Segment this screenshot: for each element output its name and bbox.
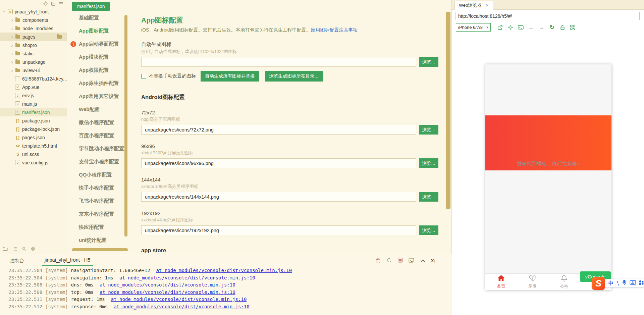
tree-item-manifest-json[interactable]: ›*manifest.json bbox=[0, 108, 67, 116]
nav-feishu-mp-config[interactable]: 飞书小程序配置 bbox=[67, 195, 124, 208]
icon-96-browse-button[interactable]: 浏览... bbox=[419, 158, 438, 168]
browse-generated-dir-button[interactable]: 浏览生成图标所在目录... bbox=[265, 71, 323, 82]
nav-alipay-mp-config[interactable]: 支付宝小程序配置 bbox=[67, 155, 124, 168]
icon-config-notes-link[interactable]: 应用图标配置注意事项 bbox=[311, 27, 358, 33]
log-source-link[interactable]: at node_modules/vconsole/dist/vconsole.m… bbox=[114, 304, 250, 309]
lock-icon[interactable] bbox=[558, 25, 567, 30]
console-tab-active[interactable]: jinpai_yhyl_front - H5 bbox=[42, 257, 93, 266]
tree-item-uview-ui[interactable]: ›uview-ui bbox=[0, 66, 67, 74]
auto-icon-browse-button[interactable]: 浏览... bbox=[419, 57, 438, 67]
globe-icon[interactable] bbox=[31, 246, 35, 252]
search-icon[interactable] bbox=[22, 246, 26, 252]
back-icon[interactable]: ← bbox=[527, 25, 536, 30]
nav-jd-mp-config[interactable]: 京东小程序配置 bbox=[67, 208, 124, 221]
ime-chinese-mode[interactable]: 中 bbox=[608, 280, 613, 286]
menu-icon[interactable] bbox=[59, 1, 63, 6]
restart-icon[interactable] bbox=[386, 257, 392, 264]
qrcode-icon[interactable] bbox=[568, 25, 577, 30]
sogou-ime-logo-icon[interactable]: S bbox=[592, 277, 605, 290]
icon-72-browse-button[interactable]: 浏览... bbox=[419, 125, 438, 135]
nav-horizontal-scrollbar[interactable] bbox=[72, 248, 128, 251]
locate-file-icon[interactable] bbox=[43, 1, 48, 6]
microphone-icon[interactable] bbox=[622, 280, 627, 287]
nav-app-icon-config[interactable]: App图标配置 bbox=[67, 24, 124, 38]
tree-item-project[interactable]: › u jinpai_yhyl_front bbox=[0, 7, 67, 16]
ime-panel-grid-icon[interactable] bbox=[639, 280, 644, 286]
device-select[interactable]: iPhone 6/7/8 ▾ bbox=[456, 23, 491, 32]
tree-item-main-js[interactable]: ›Jmain.js bbox=[0, 100, 67, 108]
generate-all-icons-button[interactable]: 自动生成所有图标并替换 bbox=[201, 71, 259, 82]
tree-item-uni-scss[interactable]: ›Suni.scss bbox=[0, 150, 67, 158]
tree-item-shopro[interactable]: ›shopro bbox=[0, 41, 67, 49]
tree-item-package-lock-json[interactable]: ›[ ]package-lock.json bbox=[0, 125, 67, 133]
tab-notice[interactable]: 公告 bbox=[548, 274, 580, 290]
tree-item-keyfile[interactable]: ›61f53887ba124.key... bbox=[0, 74, 67, 83]
home-banner[interactable]: 暂未找到模板，请前往装修~ bbox=[485, 115, 611, 170]
icon-192-browse-button[interactable]: 浏览... bbox=[419, 225, 438, 235]
nav-weixin-mp-config[interactable]: 微信小程序配置 bbox=[67, 116, 124, 129]
icon-144-browse-button[interactable]: 浏览... bbox=[419, 192, 438, 202]
devtools-console-icon[interactable] bbox=[516, 25, 525, 30]
log-source-link[interactable]: at node_modules/vconsole/dist/vconsole.m… bbox=[119, 275, 255, 280]
tab-manifest-json[interactable]: manifest.json bbox=[72, 2, 110, 11]
nav-app-permission-config[interactable]: App权限配置 bbox=[67, 64, 124, 77]
files-panel-icon[interactable] bbox=[3, 246, 8, 252]
collapse-panel-icon[interactable] bbox=[420, 258, 425, 264]
debug-bug-icon[interactable] bbox=[375, 257, 381, 264]
log-source-link[interactable]: at node_modules/vconsole/dist/vconsole.m… bbox=[100, 290, 235, 295]
tree-item-vue-config-js[interactable]: ›Jvue.config.js bbox=[0, 158, 67, 167]
nav-app-native-plugin-config[interactable]: App原生插件配置 bbox=[67, 77, 124, 90]
tab-web-browser[interactable]: Web浏览器 × bbox=[454, 1, 493, 10]
tree-item-env-js[interactable]: ›Jenv.js bbox=[0, 91, 67, 100]
settings-gear-icon[interactable] bbox=[506, 25, 515, 30]
editor-scrollbar-thumb[interactable] bbox=[446, 12, 450, 209]
tree-item-pages-json[interactable]: ›[ ]pages.json bbox=[0, 133, 67, 142]
nav-scrollbar[interactable] bbox=[124, 15, 127, 237]
stop-icon[interactable] bbox=[398, 258, 403, 264]
nav-app-launch-config[interactable]: !App启动界面配置 bbox=[67, 38, 124, 51]
tree-item-static[interactable]: ›static bbox=[0, 49, 67, 58]
tree-item-unpackage[interactable]: ›unpackage bbox=[0, 58, 67, 66]
tree-item-node-modules[interactable]: ›node_modules bbox=[0, 24, 67, 33]
new-terminal-icon[interactable] bbox=[409, 258, 415, 264]
icon-96-input[interactable] bbox=[141, 158, 416, 168]
nav-quickapp-config[interactable]: 快应用配置 bbox=[67, 221, 124, 234]
log-source-link[interactable]: at node_modules/vconsole/dist/vconsole.m… bbox=[111, 297, 247, 302]
outline-icon[interactable] bbox=[12, 246, 17, 252]
auto-icon-input[interactable] bbox=[141, 57, 416, 67]
tree-item-app-vue[interactable]: ›VApp.vue bbox=[0, 83, 67, 91]
nav-basic-config[interactable]: 基础配置 bbox=[67, 11, 124, 24]
clear-logs-icon[interactable]: X↓ bbox=[431, 258, 435, 263]
log-source-link[interactable]: at node_modules/vconsole/dist/vconsole.m… bbox=[100, 282, 235, 287]
icon-144-input[interactable] bbox=[141, 192, 416, 202]
nav-kuaishou-mp-config[interactable]: 快手小程序配置 bbox=[67, 181, 124, 195]
keyboard-icon[interactable] bbox=[630, 280, 636, 286]
tab-home[interactable]: 首页 bbox=[485, 274, 517, 290]
nav-uni-statistics-config[interactable]: uni统计配置 bbox=[67, 234, 124, 247]
nav-app-modules-config[interactable]: App模块配置 bbox=[67, 51, 124, 64]
editor-scrollbar[interactable] bbox=[446, 11, 450, 254]
collapse-all-icon[interactable] bbox=[51, 1, 56, 6]
refresh-icon[interactable]: ↻ bbox=[547, 25, 556, 30]
tree-item-template-h5-html[interactable]: ›<>template.h5.html bbox=[0, 142, 67, 150]
icon-192-input[interactable] bbox=[141, 225, 416, 235]
nav-bytedance-mp-config[interactable]: 字节跳动小程序配置 bbox=[67, 142, 124, 155]
tree-item-pages[interactable]: ›pages bbox=[0, 33, 67, 41]
nav-web-config[interactable]: Web配置 bbox=[67, 103, 124, 116]
log-source-link[interactable]: at node_modules/vconsole/dist/vconsole.m… bbox=[156, 268, 292, 273]
resize-window-icon[interactable] bbox=[495, 25, 504, 30]
forward-icon[interactable]: → bbox=[537, 25, 546, 30]
tree-item-package-json[interactable]: ›[ ]package.json bbox=[0, 116, 67, 125]
nav-label: 京东小程序配置 bbox=[79, 211, 114, 217]
no-replace-checkbox[interactable] bbox=[141, 74, 146, 79]
icon-72-input[interactable] bbox=[141, 125, 416, 135]
close-icon[interactable]: × bbox=[486, 2, 489, 8]
nav-baidu-mp-config[interactable]: 百度小程序配置 bbox=[67, 129, 124, 142]
nav-app-misc-config[interactable]: App常用其它设置 bbox=[67, 90, 124, 103]
nav-qq-mp-config[interactable]: QQ小程序配置 bbox=[67, 168, 124, 181]
url-input[interactable] bbox=[455, 12, 640, 20]
ime-punctuation-icon[interactable]: °, bbox=[616, 280, 619, 286]
tab-sale[interactable]: 乐售 bbox=[517, 274, 548, 290]
error-badge-icon: ! bbox=[70, 41, 76, 47]
tree-item-components[interactable]: ›components bbox=[0, 16, 67, 24]
